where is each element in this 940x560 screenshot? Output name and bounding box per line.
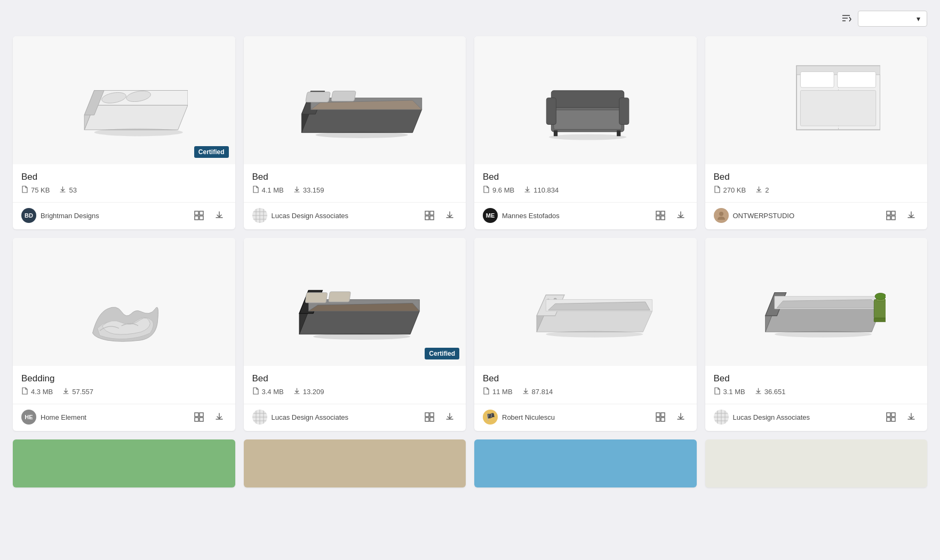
certified-badge: Certified (425, 348, 459, 359)
card-body: Bed 75 KB 53 (13, 164, 235, 200)
product-card-card-5[interactable]: Bedding 4.3 MB 57.557 HE Home Element (13, 238, 235, 431)
download-count-value: 110.834 (533, 186, 559, 194)
card-image (705, 238, 928, 366)
sort-controls: ▾ (839, 11, 927, 27)
view-grid-button[interactable] (422, 208, 437, 223)
svg-point-21 (315, 132, 408, 138)
view-grid-button[interactable] (422, 410, 437, 425)
view-grid-button[interactable] (653, 208, 668, 223)
svg-rect-59 (200, 418, 203, 421)
file-size-value: 75 KB (31, 186, 50, 194)
file-size-meta: 4.1 MB (252, 186, 284, 195)
sort-icon[interactable] (839, 11, 854, 26)
download-count-icon (522, 387, 529, 396)
download-count-value: 53 (69, 186, 76, 194)
card-image (13, 238, 235, 366)
author-info: ONTWERPSTUDIO (714, 208, 795, 223)
file-size-value: 11 MB (492, 388, 513, 396)
card-body: Bed 3.1 MB 36.651 (705, 366, 928, 402)
view-grid-button[interactable] (192, 208, 206, 223)
author-name: Mannes Estofados (502, 212, 560, 220)
svg-rect-10 (195, 211, 198, 215)
download-count-meta: 57.557 (62, 387, 93, 396)
partial-card-1 (244, 439, 466, 487)
view-grid-button[interactable] (653, 410, 668, 425)
svg-rect-77 (425, 418, 429, 421)
card-title: Bed (252, 373, 458, 384)
card-body: Bed 270 KB 2 (705, 164, 928, 200)
download-button[interactable] (904, 410, 919, 425)
download-button[interactable] (442, 410, 457, 425)
card-meta: 75 KB 53 (21, 186, 227, 195)
download-count-icon (293, 387, 300, 396)
view-grid-button[interactable] (883, 410, 898, 425)
svg-rect-38 (554, 130, 557, 136)
download-button[interactable] (212, 208, 227, 223)
svg-rect-42 (661, 211, 665, 215)
download-count-meta: 110.834 (524, 186, 559, 195)
download-count-value: 87.814 (532, 388, 553, 396)
card-title: Bed (714, 172, 919, 182)
file-icon (483, 186, 490, 195)
svg-rect-12 (195, 216, 198, 220)
download-count-meta: 36.651 (755, 387, 786, 396)
svg-rect-13 (200, 216, 203, 220)
svg-point-40 (549, 134, 626, 140)
card-image (474, 238, 697, 366)
download-button[interactable] (212, 410, 227, 425)
file-icon (252, 186, 259, 195)
sort-dropdown[interactable]: ▾ (858, 11, 927, 27)
download-button[interactable] (442, 208, 457, 223)
card-footer: Lucas Design Associates (705, 404, 928, 431)
card-title: Bed (714, 373, 919, 384)
svg-point-67 (313, 333, 410, 340)
card-footer: BD Brightman Designs (13, 202, 235, 229)
download-button[interactable] (904, 208, 919, 223)
file-icon (21, 186, 28, 195)
svg-marker-14 (301, 109, 421, 132)
svg-rect-32 (430, 216, 434, 220)
svg-rect-41 (656, 211, 660, 215)
svg-point-9 (94, 129, 183, 137)
svg-rect-48 (800, 71, 834, 87)
product-card-card-7[interactable]: Bed 11 MB 87.814 🏴 Robert Niculescu (474, 238, 697, 431)
download-count-icon (524, 186, 531, 195)
product-card-card-6[interactable]: Certified Bed 3.4 MB 13.209 (244, 238, 466, 431)
download-button[interactable] (673, 208, 688, 223)
svg-rect-98 (874, 300, 886, 318)
card-meta: 9.6 MB 110.834 (483, 186, 688, 195)
product-card-card-2[interactable]: Bed 4.1 MB 33.159 (244, 36, 466, 229)
download-count-value: 13.209 (303, 388, 324, 396)
author-name: Home Element (41, 413, 86, 421)
author-info: 🏴 Robert Niculescu (483, 410, 555, 425)
view-grid-button[interactable] (883, 208, 898, 223)
view-grid-button[interactable] (192, 410, 206, 425)
card-meta: 4.3 MB 57.557 (21, 387, 227, 396)
card-footer: HE Home Element (13, 404, 235, 431)
product-card-card-4[interactable]: Bed 270 KB 2 ONTWERPSTU (705, 36, 928, 229)
file-size-value: 3.4 MB (262, 388, 284, 396)
svg-rect-65 (305, 293, 328, 303)
card-footer: Lucas Design Associates (244, 202, 466, 229)
card-image (244, 36, 466, 164)
file-size-value: 9.6 MB (492, 186, 514, 194)
card-meta: 3.1 MB 36.651 (714, 387, 919, 396)
file-size-meta: 75 KB (21, 186, 50, 195)
card-actions (422, 410, 457, 425)
product-grid: Certified Bed 75 KB 53 BD Brightman Desi… (13, 36, 927, 431)
svg-marker-60 (299, 311, 419, 334)
svg-rect-66 (328, 292, 350, 302)
file-size-meta: 9.6 MB (483, 186, 514, 195)
partial-card-2 (474, 439, 697, 487)
svg-point-51 (719, 212, 723, 216)
svg-rect-54 (887, 216, 890, 220)
chevron-down-icon: ▾ (917, 14, 920, 23)
author-info: Lucas Design Associates (252, 410, 349, 425)
svg-rect-56 (195, 413, 198, 417)
download-button[interactable] (673, 410, 688, 425)
product-card-card-8[interactable]: Bed 3.1 MB 36.651 (705, 238, 928, 431)
product-card-card-1[interactable]: Certified Bed 75 KB 53 BD Brightman Desi… (13, 36, 235, 229)
file-icon (252, 387, 259, 396)
product-card-card-3[interactable]: Bed 9.6 MB 110.834 ME Mannes Estofados (474, 36, 697, 229)
svg-rect-53 (891, 211, 895, 215)
